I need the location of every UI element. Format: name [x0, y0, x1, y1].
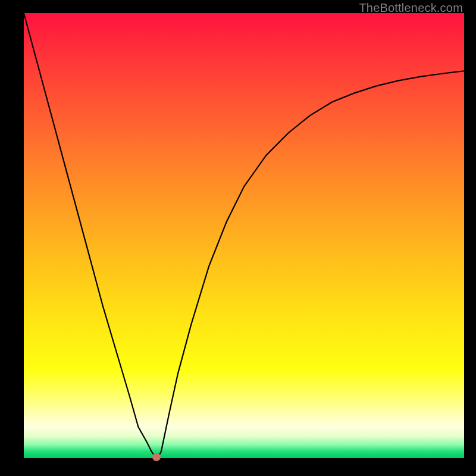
bottleneck-curve: [24, 13, 464, 458]
watermark-text: TheBottleneck.com: [359, 1, 463, 15]
optimum-marker: [152, 453, 161, 461]
chart-frame: TheBottleneck.com: [0, 0, 476, 476]
plot-area: [24, 13, 464, 458]
